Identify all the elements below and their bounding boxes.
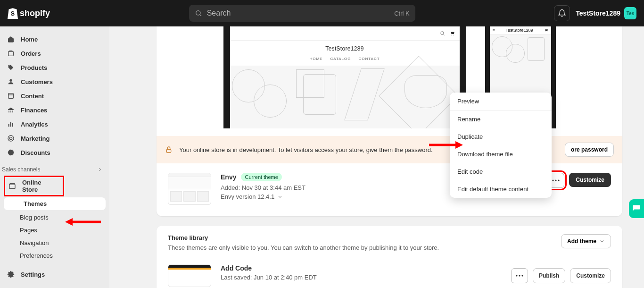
sidebar-item-label: Home [21,36,38,43]
svg-point-18 [547,31,547,32]
sidebar-bottom: Settings [0,263,109,288]
dropdown-item-duplicate[interactable]: Duplicate [450,128,552,145]
sidebar-item-home[interactable]: Home [0,32,109,46]
sidebar-item-label: Content [21,93,44,100]
sidebar-subitem-preferences[interactable]: Preferences [0,249,109,262]
library-item-actions: Publish Customize [511,268,611,283]
theme-library-subtitle: These themes are only visible to you. Yo… [168,244,439,251]
menu-icon: ≡ [493,28,495,33]
chevron-down-icon [277,194,283,200]
publish-button[interactable]: Publish [533,268,565,283]
preview-desktop-body [230,66,460,128]
svg-line-1 [200,15,201,16]
sidebar-subitem-blog-posts[interactable]: Blog posts [0,211,109,224]
library-more-button[interactable] [511,268,528,283]
chevron-down-icon [599,238,605,244]
sidebar-item-label: Customers [21,78,53,85]
content-icon [7,92,15,100]
orders-icon [7,49,15,58]
chevron-right-icon [97,167,103,172]
add-theme-button[interactable]: Add theme [561,234,611,248]
sidebar-item-discounts[interactable]: Discounts [0,145,109,160]
sidebar-item-customers[interactable]: Customers [0,75,109,89]
svg-point-22 [558,179,560,181]
theme-name: Envy [221,173,236,181]
dropdown-item-edit-code[interactable]: Edit code [450,163,552,180]
sidebar-subitem-themes[interactable]: Themes [4,197,106,210]
svg-rect-6 [8,124,9,127]
search-left: Search [195,9,231,17]
tag-icon [7,63,15,72]
svg-point-24 [519,275,520,276]
store-password-button[interactable]: ore password [565,143,614,157]
cart-icon [544,28,548,33]
theme-library-header: Theme library These themes are only visi… [168,234,611,251]
svg-rect-7 [10,122,11,127]
sidebar-item-analytics[interactable]: Analytics [0,117,109,131]
banner-left: Your online store is in development. To … [165,146,433,153]
library-thumbnail [168,264,211,287]
library-customize-button[interactable]: Customize [570,268,611,283]
dropdown-item-edit-default-content[interactable]: Edit default theme content [450,180,552,198]
sidebar-subitem-pages[interactable]: Pages [0,224,109,237]
topbar: shopify Search Ctrl K TestStore1289 Tes [0,0,644,26]
annotation-red-box-online-store: Online Store [4,176,64,196]
dropdown-item-preview[interactable]: Preview [450,93,552,110]
sidebar-item-products[interactable]: Products [0,60,109,75]
svg-rect-8 [12,123,13,127]
search-input[interactable]: Search Ctrl K [189,5,415,22]
bank-icon [7,106,15,114]
sidebar-subitem-label: Blog posts [20,214,49,221]
svg-point-3 [9,79,12,82]
sidebar-item-marketing[interactable]: Marketing [0,131,109,145]
sidebar-item-label: Discounts [21,149,50,156]
development-banner: Your online store is in development. To … [157,136,622,163]
search-shortcut: Ctrl K [394,10,410,17]
person-icon [7,77,15,86]
search-placeholder: Search [207,9,231,17]
shopify-logo[interactable]: shopify [8,8,50,19]
chat-fab[interactable] [629,199,644,218]
theme-library-title: Theme library [168,234,439,241]
store-icon [8,182,17,190]
preview-mobile-title: TestStore1289 [506,28,533,33]
sales-channels-header[interactable]: Sales channels [0,160,109,176]
svg-point-21 [555,179,557,181]
user-menu[interactable]: TestStore1289 Tes [576,7,636,19]
svg-rect-2 [8,51,14,56]
svg-rect-11 [9,185,15,188]
svg-rect-4 [8,93,14,99]
sidebar-item-online-store[interactable]: Online Store [5,177,61,195]
preview-toolbar [230,26,460,41]
sidebar-item-content[interactable]: Content [0,89,109,103]
chart-icon [7,120,15,128]
preview-nav-item: HOME [309,57,322,61]
theme-actions: Customize [547,173,611,188]
sidebar-item-settings[interactable]: Settings [0,267,109,281]
current-theme-card: TestStore1289 HOME CATALOG CONTACT [157,26,622,216]
svg-point-17 [545,31,545,32]
sidebar-subitem-label: Pages [20,227,37,234]
home-icon [7,35,15,43]
dropdown-item-download[interactable]: Download theme file [450,145,552,163]
theme-actions-dropdown: Preview Rename Duplicate Download theme … [450,93,552,198]
lock-icon [165,146,173,153]
svg-point-0 [196,11,200,15]
theme-library-card: Theme library These themes are only visi… [157,226,622,288]
shopify-logo-text: shopify [20,8,50,18]
customize-button[interactable]: Customize [569,173,611,187]
sales-channels-label: Sales channels [2,166,40,173]
notifications-button[interactable] [554,5,570,21]
theme-version-text: Envy version 12.4.1 [221,193,274,200]
cart-icon [450,31,455,36]
sidebar-subitem-label: Themes [24,200,47,207]
sidebar-item-finances[interactable]: Finances [0,103,109,117]
sidebar-item-label: Online Store [22,179,58,193]
dropdown-item-rename[interactable]: Rename [450,110,552,128]
library-item-left: Add Code Last saved: Jun 10 at 2:40 pm E… [168,264,317,287]
preview-nav-item: CATALOG [330,57,351,61]
sidebar-subitem-navigation[interactable]: Navigation [0,237,109,249]
sidebar-subitem-label: Preferences [20,252,53,259]
sidebar-item-orders[interactable]: Orders [0,46,109,60]
content-area: TestStore1289 HOME CATALOG CONTACT [109,26,644,288]
